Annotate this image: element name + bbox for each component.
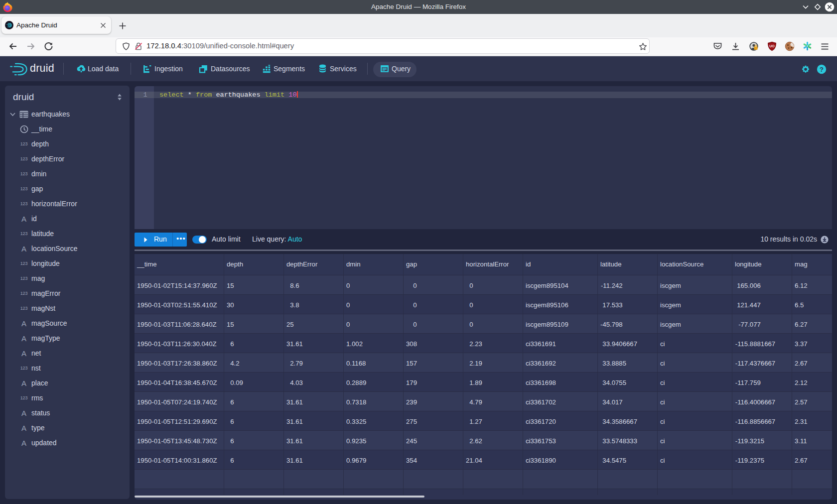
svg-text:?: ? — [820, 66, 824, 73]
svg-text:UO: UO — [769, 44, 775, 48]
